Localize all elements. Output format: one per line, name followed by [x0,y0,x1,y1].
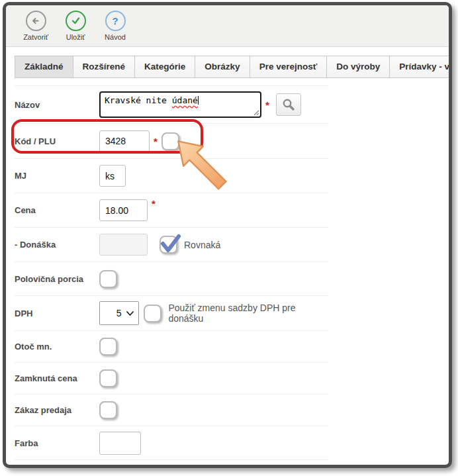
toolbar: Zatvoriť Uložiť ? Návod [6,5,449,47]
otoc-checkbox[interactable] [99,338,117,356]
chevron-down-icon [126,311,134,316]
product-form: Názov Kravské nite údané * Kód / PLU [15,85,328,460]
otoc-label: Otoč mn. [15,342,99,352]
dph-donaska-label: Použiť zmenu sadzby DPH pre donášku [168,303,328,324]
help-button[interactable]: ? Návod [96,11,134,41]
kod-plu-label: Kód / PLU [15,136,99,146]
row-donaska: - Donáška Rovnaká [15,228,328,262]
resize-handle-icon[interactable] [253,109,259,116]
help-button-label: Návod [105,33,126,41]
farba-label: Farba [15,438,99,448]
search-button[interactable] [276,93,301,116]
zakaz-checkbox[interactable] [99,401,117,419]
row-mj: MJ [15,159,328,193]
tab-pre-verejnost[interactable]: Pre verejnosť [250,56,328,78]
row-zakaz-predaja: Zákaz predaja [15,395,328,426]
dph-donaska-checkbox[interactable] [144,305,161,322]
row-polovicna-porcia: Polovičná porcia [15,262,328,296]
mj-label: MJ [15,171,99,181]
row-otoc-mn: Otoč mn. [15,331,328,363]
cena-input[interactable] [99,199,148,221]
tab-zakladne[interactable]: Základné [15,56,73,78]
checkmark-icon [160,233,182,254]
nazov-text: Kravské nite [105,95,172,105]
search-icon [282,98,295,111]
zamknuta-label: Zamknutá cena [15,373,99,383]
tab-kategorie[interactable]: Kategórie [134,56,195,78]
required-asterisk: * [265,99,269,111]
nazov-label: Názov [15,100,99,110]
tab-obrazky[interactable]: Obrázky [195,56,250,78]
question-icon: ? [105,11,126,31]
required-asterisk: * [152,198,156,209]
kod-plu-input[interactable] [99,130,150,152]
mj-input[interactable] [99,165,126,187]
app-window: Zatvoriť Uložiť ? Návod Základné Rozšíre… [3,2,452,468]
close-button-label: Zatvoriť [23,33,48,41]
polovicna-checkbox[interactable] [99,270,117,288]
dph-selected-value: 5 [116,308,122,318]
kod-plu-checkbox[interactable] [161,132,179,150]
tab-rozsirene[interactable]: Rozšírené [73,56,136,78]
row-farba: Farba [15,426,328,460]
donaska-label: - Donáška [15,240,99,250]
nazov-input[interactable]: Kravské nite údané [99,91,261,118]
farba-input[interactable] [99,432,141,455]
text-caret [198,96,199,105]
donaska-input [99,234,148,256]
nazov-text-misspelled: údané [172,95,198,105]
zakaz-label: Zákaz predaja [15,405,99,415]
tab-do-vyroby[interactable]: Do výroby [326,56,390,78]
zamknuta-checkbox[interactable] [99,369,117,387]
row-dph: DPH 5 Použiť zmenu sadzby DPH pre donášk… [15,296,328,331]
rovnaka-checkbox[interactable] [160,236,177,254]
polovicna-label: Polovičná porcia [15,274,99,284]
row-nazov: Názov Kravské nite údané * [15,86,328,124]
dph-label: DPH [15,309,99,318]
back-arrow-icon [26,11,46,31]
row-cena: Cena * [15,193,328,228]
save-button-label: Uložiť [66,33,85,41]
required-asterisk: * [154,136,158,147]
tab-bar: Základné Rozšírené Kategórie Obrázky Pre… [15,56,449,78]
dph-select[interactable]: 5 [99,301,139,325]
cena-label: Cena [15,205,99,215]
row-kod-plu: Kód / PLU * [15,124,328,159]
row-zamknuta-cena: Zamknutá cena [15,363,328,395]
save-button[interactable]: Uložiť [56,11,95,41]
close-button[interactable]: Zatvoriť [17,11,55,41]
tab-pridavky-vazby[interactable]: Prídavky - väzby [389,56,452,78]
check-icon [66,11,86,31]
rovnaka-label: Rovnaká [184,240,220,250]
